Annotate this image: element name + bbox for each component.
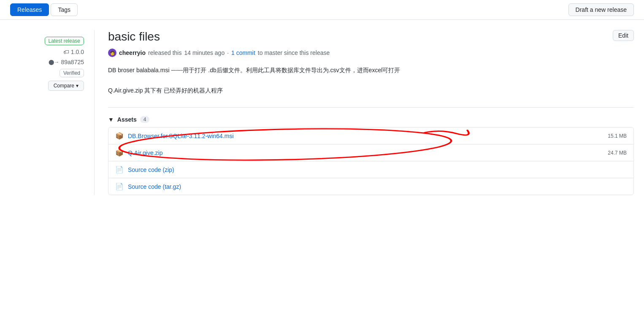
verified-badge: Verified: [60, 69, 84, 77]
latest-release-badge: Latest release: [45, 37, 84, 45]
main-container: Latest release 🏷 1.0.0 ⬤→ 89a8725 Verifi…: [0, 20, 644, 205]
draft-new-release-button[interactable]: Draft a new release: [568, 3, 634, 16]
source-code-icon-targz: 📄: [115, 182, 124, 190]
release-body-line1: DB broser balabala.msi ------用于打开 .db后缀文…: [108, 65, 634, 76]
assets-count: 4: [140, 116, 150, 123]
assets-list: 📦 DB.Browser.for.SQLite-3.11.2-win64.msi…: [108, 127, 634, 195]
chevron-down-icon: ▾: [76, 83, 78, 89]
top-bar: Releases Tags Draft a new release: [0, 0, 644, 20]
asset-binary-icon-1: 📦: [115, 132, 124, 140]
asset-item-source-zip: 📄 Source code (zip): [108, 161, 633, 178]
asset-item-source-targz: 📄 Source code (tar.gz): [108, 178, 633, 195]
asset-link-db-browser[interactable]: DB.Browser.for.SQLite-3.11.2-win64.msi: [128, 133, 608, 139]
asset-link-qair[interactable]: Q.Air.give.zip: [128, 150, 608, 156]
assets-header[interactable]: ▼ Assets 4: [108, 116, 634, 123]
assets-section: ▼ Assets 4 📦 DB.Browser.for.SQLite-3.11.…: [108, 116, 634, 195]
release-body: DB broser balabala.msi ------用于打开 .db后缀文…: [108, 65, 634, 95]
meta-separator: ·: [227, 49, 229, 56]
meta-action: released this: [148, 49, 181, 56]
meta-time: 14 minutes ago: [184, 49, 225, 56]
commit-row: ⬤→ 89a8725: [49, 59, 84, 65]
asset-size-db-browser: 15.1 MB: [608, 133, 627, 139]
meta-username: cheerryio: [119, 49, 146, 56]
tab-group: Releases Tags: [10, 3, 78, 16]
avatar: 🧑: [108, 49, 116, 57]
asset-link-source-zip[interactable]: Source code (zip): [128, 166, 627, 173]
asset-binary-icon-2: 📦: [115, 149, 124, 157]
source-code-icon-zip: 📄: [115, 166, 124, 174]
compare-label: Compare: [54, 83, 74, 89]
asset-item-db-browser: 📦 DB.Browser.for.SQLite-3.11.2-win64.msi…: [108, 128, 633, 144]
release-body-line2: Q.Air.give.zip 其下有 已经弄好的机器人程序: [108, 86, 634, 96]
tag-icon: 🏷: [63, 49, 69, 55]
release-title: basic files: [108, 30, 160, 44]
tag-version: 1.0.0: [71, 49, 84, 55]
tag-row: 🏷 1.0.0: [63, 49, 84, 55]
release-meta: 🧑 cheerryio released this 14 minutes ago…: [108, 49, 634, 57]
commit-hash: 89a8725: [61, 59, 84, 65]
asset-item-qair: 📦 Q.Air.give.zip 24.7 MB: [108, 144, 633, 161]
asset-link-source-targz[interactable]: Source code (tar.gz): [128, 183, 627, 190]
tags-tab[interactable]: Tags: [51, 3, 78, 16]
divider: [108, 107, 634, 108]
assets-title: Assets: [117, 116, 137, 123]
release-header: basic files Edit: [108, 30, 634, 44]
content-area: basic files Edit 🧑 cheerryio released th…: [95, 30, 634, 195]
asset-size-qair: 24.7 MB: [608, 150, 627, 156]
assets-chevron-icon: ▼: [108, 116, 114, 123]
sidebar: Latest release 🏷 1.0.0 ⬤→ 89a8725 Verifi…: [10, 30, 95, 195]
commit-link[interactable]: 1 commit: [231, 49, 255, 56]
releases-tab[interactable]: Releases: [10, 3, 49, 16]
compare-button[interactable]: Compare ▾: [48, 81, 84, 91]
edit-button[interactable]: Edit: [613, 30, 634, 41]
meta-commit-suffix: to master since this release: [258, 49, 330, 56]
commit-icon: ⬤→: [49, 59, 59, 65]
